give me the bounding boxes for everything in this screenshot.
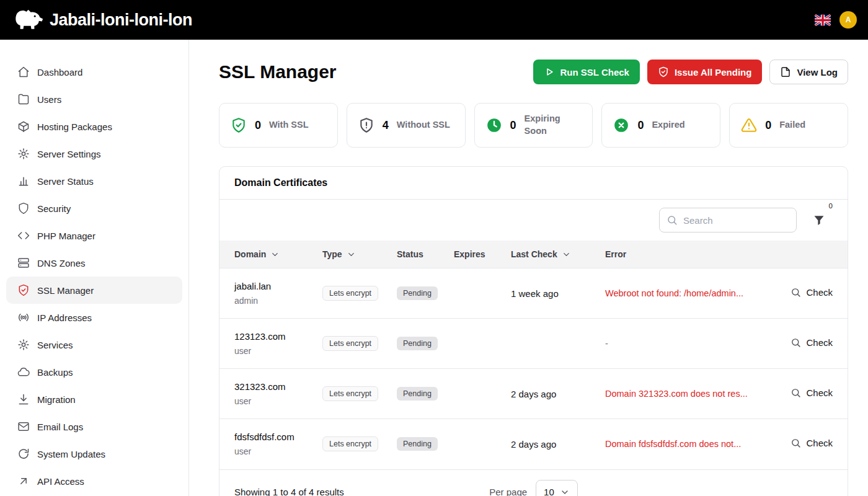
chevron-down-icon (562, 250, 571, 259)
status-badge: Pending (397, 387, 438, 401)
action-cell: Check (779, 268, 848, 319)
stat-cards: 0With SSL4Without SSL0Expiring Soon0Expi… (219, 103, 848, 148)
column-label: Expires (454, 249, 485, 259)
sidebar-item-ip-addresses[interactable]: IP Addresses (6, 304, 182, 331)
sidebar-item-system-updates[interactable]: System Updates (6, 440, 182, 467)
sidebar-item-label: Backups (37, 367, 73, 378)
sidebar-item-ssl-manager[interactable]: SSL Manager (6, 277, 182, 304)
button-label: Issue All Pending (675, 67, 751, 78)
table-row: 123123.comuserLets encryptPending-Check (219, 319, 848, 369)
page-actions: Run SSL CheckIssue All PendingView Log (533, 60, 848, 84)
check-button[interactable]: Check (790, 287, 833, 298)
sidebar-item-services[interactable]: Services (6, 331, 182, 358)
sidebar-item-server-status[interactable]: Server Status (6, 167, 182, 195)
stat-value: 0 (765, 119, 771, 132)
column-label: Error (605, 249, 626, 259)
last-check-cell: 2 days ago (511, 369, 605, 419)
sidebar-item-users[interactable]: Users (6, 86, 182, 113)
column-label: Type (322, 249, 342, 259)
action-cell: Check (779, 369, 848, 419)
sidebar-item-dashboard[interactable]: Dashboard (6, 58, 182, 86)
stat-card-failed: 0Failed (729, 103, 848, 148)
stat-value: 4 (383, 119, 389, 132)
gear-icon (17, 148, 30, 160)
file-icon (780, 66, 791, 78)
button-label: Run SSL Check (560, 67, 629, 78)
expires-cell (454, 268, 511, 319)
card-title: Domain Certificates (234, 177, 833, 188)
action-cell: Check (779, 419, 848, 469)
check-button[interactable]: Check (790, 337, 833, 348)
domain-cell: 321323.comuser (219, 369, 322, 419)
results-summary: Showing 1 to 4 of 4 results (234, 487, 489, 496)
issue-all-pending-button[interactable]: Issue All Pending (647, 60, 762, 84)
table-toolbar: 0 (219, 200, 848, 241)
cloud-icon (17, 366, 30, 378)
domain-certificates-card: Domain Certificates 0 DomainTypeStatusEx… (219, 166, 848, 496)
check-label: Check (806, 438, 833, 448)
column-header-expires: Expires (454, 241, 511, 268)
stat-icon (613, 117, 629, 133)
status-cell: Pending (397, 369, 454, 419)
search-input[interactable] (659, 208, 797, 232)
topbar-right: A (815, 11, 857, 29)
view-log-button[interactable]: View Log (769, 60, 848, 84)
column-header-actions (779, 241, 848, 268)
sidebar-item-label: System Updates (37, 449, 105, 459)
status-badge: Pending (397, 337, 438, 350)
avatar[interactable]: A (839, 11, 857, 29)
search-icon (790, 388, 801, 398)
sidebar-item-email-logs[interactable]: Email Logs (6, 413, 182, 440)
filter-icon (813, 214, 825, 226)
filter-button[interactable]: 0 (810, 211, 828, 229)
column-header-type[interactable]: Type (322, 241, 397, 268)
uk-flag-icon (815, 14, 831, 26)
shield-alert-icon (358, 117, 374, 133)
search-icon (790, 337, 801, 348)
sidebar-item-label: Dashboard (37, 67, 82, 78)
sidebar-item-migration[interactable]: Migration (6, 386, 182, 413)
chevron-down-icon (560, 487, 570, 496)
sidebar-item-server-settings[interactable]: Server Settings (6, 140, 182, 167)
sidebar-item-hosting-packages[interactable]: Hosting Packages (6, 113, 182, 140)
stat-label: Failed (779, 119, 805, 131)
domain-name: 321323.com (234, 381, 312, 392)
sidebar-item-api-access[interactable]: API Access (6, 467, 182, 495)
sidebar-item-label: Hosting Packages (37, 122, 112, 132)
sidebar-item-dns-zones[interactable]: DNS Zones (6, 249, 182, 277)
column-label: Status (397, 249, 423, 259)
certificates-table: DomainTypeStatusExpiresLast CheckError j… (219, 241, 848, 469)
per-page-select[interactable]: 10 (536, 480, 578, 496)
status-badge: Pending (397, 437, 438, 451)
sidebar-item-label: IP Addresses (37, 312, 92, 323)
arrow-up-right-icon (17, 475, 30, 487)
chevron-down-icon (347, 250, 356, 259)
table-header-row: DomainTypeStatusExpiresLast CheckError (219, 241, 848, 268)
column-header-last-check[interactable]: Last Check (511, 241, 605, 268)
package-icon (17, 120, 30, 133)
column-header-domain[interactable]: Domain (219, 241, 322, 268)
domain-user: admin (234, 296, 312, 306)
sidebar-item-security[interactable]: Security (6, 195, 182, 222)
stat-label: With SSL (269, 119, 309, 131)
language-flag-button[interactable] (815, 14, 831, 26)
run-ssl-check-button[interactable]: Run SSL Check (533, 60, 640, 84)
column-label: Last Check (511, 249, 557, 259)
check-button[interactable]: Check (790, 388, 833, 398)
domain-user: user (234, 346, 312, 356)
sidebar-item-php-manager[interactable]: PHP Manager (6, 222, 182, 249)
search-icon (790, 438, 801, 448)
check-label: Check (806, 388, 833, 398)
boar-logo-icon (11, 7, 43, 32)
sidebar-item-label: PHP Manager (37, 231, 95, 241)
refresh-icon (17, 448, 30, 460)
check-button[interactable]: Check (790, 438, 833, 448)
gear-icon (17, 339, 30, 351)
x-circle-filled-icon (613, 117, 629, 133)
status-cell: Pending (397, 319, 454, 369)
status-cell: Pending (397, 268, 454, 319)
domain-user: user (234, 446, 312, 456)
code-icon (17, 229, 30, 242)
search-box (659, 208, 797, 232)
sidebar-item-backups[interactable]: Backups (6, 358, 182, 386)
